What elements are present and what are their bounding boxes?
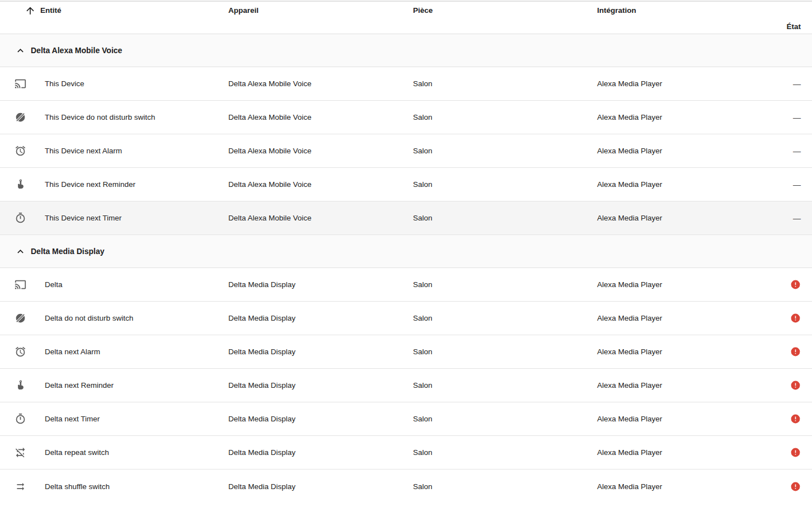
- entity-name: This Device do not disturb switch: [36, 113, 228, 121]
- state-cell: —: [763, 180, 812, 189]
- device-name: Delta Alexa Mobile Voice: [228, 180, 413, 189]
- integration-name: Alexa Media Player: [597, 348, 763, 356]
- column-header-device[interactable]: Appareil: [228, 6, 413, 15]
- group-header[interactable]: Delta Alexa Mobile Voice: [0, 34, 812, 67]
- entity-icon-cell: [0, 481, 36, 492]
- device-name: Delta Alexa Mobile Voice: [228, 214, 413, 222]
- column-header-integration[interactable]: Intégration: [597, 6, 763, 15]
- arrow-up-icon: [25, 5, 36, 16]
- entity-row[interactable]: This Device do not disturb switch Delta …: [0, 101, 812, 134]
- alert-circle-icon: [790, 279, 801, 290]
- entity-row[interactable]: This Device next Timer Delta Alexa Mobil…: [0, 201, 812, 235]
- timer-icon: [15, 413, 26, 425]
- cast-icon: [15, 279, 26, 290]
- column-header-entity-label: Entité: [40, 6, 62, 15]
- integration-name: Alexa Media Player: [597, 79, 763, 88]
- device-name: Delta Media Display: [228, 448, 413, 457]
- do-not-disturb-icon: [15, 312, 26, 324]
- device-name: Delta Alexa Mobile Voice: [228, 147, 413, 155]
- entity-row[interactable]: Delta next Reminder Delta Media Display …: [0, 369, 812, 402]
- device-name: Delta Media Display: [228, 381, 413, 389]
- device-name: Delta Media Display: [228, 280, 413, 289]
- device-name: Delta Media Display: [228, 314, 413, 322]
- entity-name: Delta next Alarm: [36, 348, 228, 356]
- area-name: Salon: [413, 214, 597, 222]
- state-dash: —: [793, 147, 801, 156]
- entity-icon-cell: [0, 379, 36, 391]
- group-rows: Delta Delta Media Display Salon Alexa Me…: [0, 268, 812, 503]
- device-name: Delta Media Display: [228, 348, 413, 356]
- column-header-area[interactable]: Pièce: [413, 6, 597, 15]
- entities-table-header: Entité Appareil Pièce Intégration État: [0, 2, 812, 34]
- column-header-state[interactable]: État: [597, 22, 812, 31]
- alert-circle-icon: [790, 481, 801, 492]
- area-name: Salon: [413, 180, 597, 189]
- entity-row[interactable]: Delta do not disturb switch Delta Media …: [0, 302, 812, 335]
- entity-row[interactable]: Delta shuffle switch Delta Media Display…: [0, 470, 812, 503]
- entities-table-body: Delta Alexa Mobile Voice This Device Del…: [0, 34, 812, 503]
- entity-icon-cell: [0, 279, 36, 290]
- group-label: Delta Alexa Mobile Voice: [31, 46, 763, 55]
- integration-name: Alexa Media Player: [597, 180, 763, 189]
- entity-name: Delta next Reminder: [36, 381, 228, 389]
- area-name: Salon: [413, 280, 597, 289]
- entity-row[interactable]: Delta Delta Media Display Salon Alexa Me…: [0, 268, 812, 302]
- column-header-integration-label: Intégration: [597, 6, 636, 15]
- device-name: Delta Media Display: [228, 482, 413, 491]
- entity-icon-cell: [0, 78, 36, 90]
- entity-icon-cell: [0, 145, 36, 157]
- alert-circle-icon: [790, 414, 801, 424]
- entity-row[interactable]: This Device next Alarm Delta Alexa Mobil…: [0, 134, 812, 168]
- state-dash: —: [793, 180, 801, 189]
- entity-name: Delta next Timer: [36, 415, 228, 423]
- alarm-icon: [15, 346, 26, 358]
- do-not-disturb-icon: [15, 111, 26, 123]
- column-header-entity[interactable]: Entité: [0, 5, 228, 16]
- state-dash: —: [793, 214, 801, 223]
- entity-row[interactable]: Delta next Timer Delta Media Display Sal…: [0, 402, 812, 436]
- entity-name: Delta: [36, 280, 228, 289]
- device-name: Delta Media Display: [228, 415, 413, 423]
- alert-circle-icon: [790, 380, 801, 391]
- integration-name: Alexa Media Player: [597, 482, 763, 491]
- entity-row[interactable]: Delta repeat switch Delta Media Display …: [0, 436, 812, 470]
- device-name: Delta Alexa Mobile Voice: [228, 113, 413, 121]
- state-cell: [763, 481, 812, 492]
- entity-row[interactable]: This Device Delta Alexa Mobile Voice Sal…: [0, 67, 812, 101]
- entity-name: This Device: [36, 79, 228, 88]
- integration-name: Alexa Media Player: [597, 113, 763, 121]
- cast-icon: [15, 78, 26, 90]
- state-dash: —: [793, 79, 801, 88]
- entity-name: This Device next Reminder: [36, 180, 228, 189]
- integration-name: Alexa Media Player: [597, 381, 763, 389]
- entity-group: Delta Media Display Delta Delta Media Di…: [0, 235, 812, 503]
- group-header[interactable]: Delta Media Display: [0, 235, 812, 268]
- state-cell: [763, 414, 812, 424]
- state-cell: —: [763, 214, 812, 223]
- area-name: Salon: [413, 415, 597, 423]
- entity-icon-cell: [0, 346, 36, 358]
- state-cell: [763, 279, 812, 290]
- alarm-icon: [15, 145, 26, 157]
- entity-name: This Device next Timer: [36, 214, 228, 222]
- alert-circle-icon: [790, 447, 801, 458]
- state-cell: [763, 346, 812, 357]
- timer-icon: [15, 212, 26, 224]
- integration-name: Alexa Media Player: [597, 214, 763, 222]
- entity-row[interactable]: Delta next Alarm Delta Media Display Sal…: [0, 335, 812, 369]
- chevron-up-icon[interactable]: [15, 246, 26, 257]
- area-name: Salon: [413, 381, 597, 389]
- entity-name: Delta do not disturb switch: [36, 314, 228, 322]
- chevron-up-icon[interactable]: [15, 45, 26, 57]
- group-rows: This Device Delta Alexa Mobile Voice Sal…: [0, 67, 812, 235]
- entity-name: This Device next Alarm: [36, 147, 228, 155]
- group-label: Delta Media Display: [31, 247, 763, 256]
- entity-name: Delta shuffle switch: [36, 482, 228, 491]
- area-name: Salon: [413, 348, 597, 356]
- reminder-icon: [15, 179, 26, 190]
- column-header-state-label: État: [786, 22, 801, 31]
- integration-name: Alexa Media Player: [597, 448, 763, 457]
- entity-row[interactable]: This Device next Reminder Delta Alexa Mo…: [0, 168, 812, 201]
- entity-icon-cell: [0, 179, 36, 190]
- integration-name: Alexa Media Player: [597, 415, 763, 423]
